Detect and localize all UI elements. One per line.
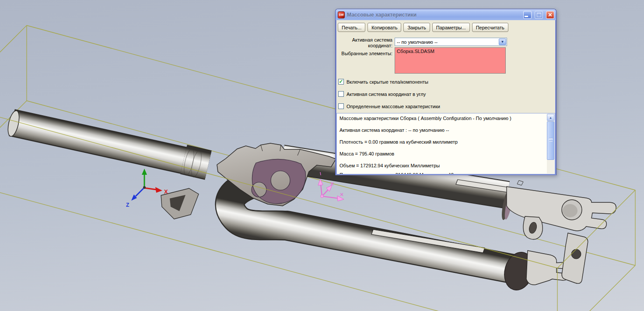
coordinate-system-combobox[interactable]: -- по умолчанию -- ▼ (395, 38, 507, 46)
result-line: Плотность = 0.00 граммов на кубический м… (340, 139, 458, 145)
dialog-titlebar[interactable]: SW Массовые характеристики ✕ (336, 9, 556, 20)
options-button[interactable]: Параметры... (432, 23, 470, 32)
selected-items-label: Выбранные элементы: (336, 51, 392, 57)
result-line: Массовые характеристики Сборка ( Assembl… (340, 116, 511, 121)
minimize-icon (525, 16, 528, 17)
selected-items-listbox[interactable]: Сборка.SLDASM (395, 47, 506, 74)
checkbox-label: Определенные массовые характеристики (346, 104, 440, 109)
result-line: Масса = 795.40 граммов (340, 151, 394, 156)
checkbox-coord-in-corner[interactable]: Активная система координат в углу (338, 91, 426, 97)
close-action-button[interactable]: Закрыть (403, 23, 430, 32)
checkbox-icon[interactable] (338, 91, 344, 97)
combobox-dropdown-button[interactable]: ▼ (499, 39, 506, 45)
checkbox-icon[interactable] (338, 103, 344, 109)
maximize-icon (537, 13, 541, 17)
result-line: Активная система координат : -- по умолч… (340, 127, 449, 133)
minimize-button[interactable] (523, 11, 532, 19)
close-button[interactable]: ✕ (546, 11, 554, 19)
dialog-title: Массовые характеристики (347, 12, 520, 18)
scroll-up-button[interactable]: ▲ (547, 114, 554, 121)
checkbox-icon[interactable]: ✓ (338, 79, 344, 85)
steerer-tube[interactable] (6, 110, 208, 178)
chevron-down-icon: ▼ (501, 40, 504, 44)
results-panel[interactable]: Массовые характеристики Сборка ( Assembl… (336, 113, 555, 174)
copy-button[interactable]: Копировать (368, 23, 401, 32)
selected-item[interactable]: Сборка.SLDASM (397, 49, 504, 54)
close-icon: ✕ (548, 12, 552, 18)
axis-z-label: Z (126, 202, 129, 208)
recalculate-button[interactable]: Пересчитать (472, 23, 508, 32)
checkbox-assigned-mass-props[interactable]: Определенные массовые характеристики (338, 103, 440, 109)
checkbox-include-hidden[interactable]: ✓ Включить скрытые тела/компоненты (338, 79, 428, 85)
axis-y-arrow (142, 169, 147, 175)
vent-hole-decal (517, 180, 523, 185)
scroll-thumb[interactable] (547, 121, 554, 160)
results-scrollbar[interactable]: ▲ (547, 114, 554, 173)
checkbox-label: Активная система координат в углу (346, 92, 426, 97)
dialog-body: Печать... Копировать Закрыть Параметры..… (336, 20, 555, 174)
checkbox-label: Включить скрытые тела/компоненты (346, 79, 428, 85)
print-button[interactable]: Печать... (338, 23, 365, 32)
maximize-button[interactable] (535, 11, 543, 19)
combobox-value: -- по умолчанию -- (395, 39, 498, 45)
chevron-up-icon: ▲ (549, 116, 552, 119)
mass-properties-dialog: SW Массовые характеристики ✕ Печать... К… (335, 9, 556, 175)
solidworks-icon: SW (338, 11, 345, 18)
axis-x-arrow (155, 187, 162, 193)
axis-x-label: X (164, 188, 168, 195)
result-line: Объем = 172912.94 кубических Миллиметры (340, 163, 440, 168)
result-line: Площадь поверхности = 216449.99 Миллимет… (340, 172, 454, 174)
solidworks-viewport: X Z SW Массовые характеристики ✕ Печать.… (0, 0, 644, 311)
coordinate-system-label: Активная система координат: (336, 37, 392, 49)
dialog-toolbar: Печать... Копировать Закрыть Параметры..… (338, 23, 508, 32)
